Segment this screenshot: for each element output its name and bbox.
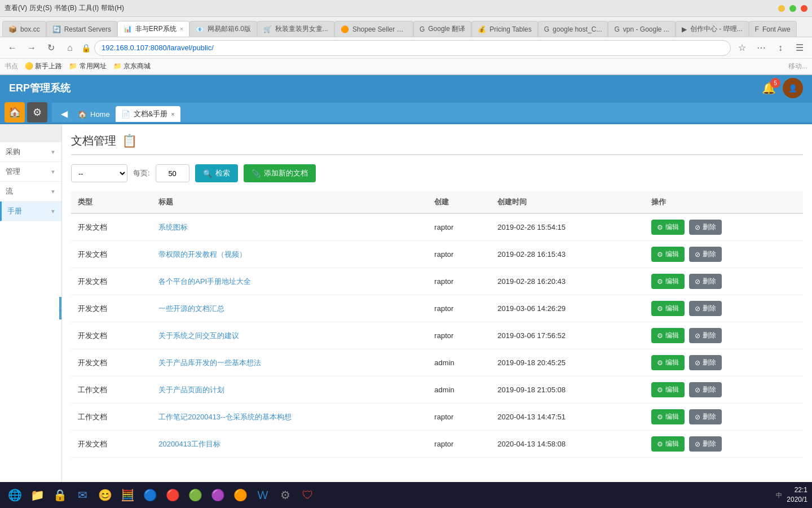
taskbar-calc-icon[interactable]: 🧮 [117,485,138,505]
delete-btn-5[interactable]: ⊘ 删除 [689,355,722,370]
menu-btn[interactable]: ☰ [792,40,807,56]
bookmark-changyong[interactable]: 📁 常用网址 [69,62,106,71]
taskbar-app4-icon[interactable]: 🟣 [208,485,228,505]
doc-link-7[interactable]: 工作笔记20200413--仓采系统的基本构想 [158,413,292,421]
doc-link-2[interactable]: 各个平台的API手册地址大全 [158,277,251,286]
taskbar-app5-icon[interactable]: 🟠 [230,485,250,505]
browser-tab-10[interactable]: ▶创作中心 - 哔哩... [676,21,749,37]
doc-link-4[interactable]: 关于系统之间交互的建议 [158,331,239,340]
nav-home-icon[interactable]: 🏠 [5,102,25,122]
delete-btn-7[interactable]: ⊘ 删除 [689,409,722,424]
refresh-btn[interactable]: ↻ [43,40,59,56]
taskbar-mail-icon[interactable]: ✉ [72,485,92,505]
sidebar-item-manage[interactable]: 管理 ▼ [0,162,61,182]
doc-link-3[interactable]: 一些开源的文档汇总 [158,304,224,313]
taskbar-datetime: 22:1 2020/1 [787,485,807,505]
edit-btn-1[interactable]: ⚙ 编辑 [651,247,685,262]
delete-btn-8[interactable]: ⊘ 删除 [689,436,722,452]
bookmark-star[interactable]: ☆ [734,40,750,56]
edit-btn-4[interactable]: ⚙ 编辑 [651,328,685,343]
col-time: 创建时间 [491,191,645,213]
browser-tab-2[interactable]: 📊非与ERP系统× [117,21,189,37]
taskbar-settings-icon[interactable]: ⚙ [275,485,295,505]
browser-tab-5[interactable]: 🟠Shopee Seller C... [334,21,413,37]
edit-btn-0[interactable]: ⚙ 编辑 [651,220,685,235]
edit-btn-7[interactable]: ⚙ 编辑 [651,409,685,424]
back-btn[interactable]: ← [5,40,20,56]
taskbar-explorer-icon[interactable]: 📁 [27,485,47,505]
sync-btn[interactable]: ↕ [773,40,788,56]
add-document-button[interactable]: 📎 添加新的文档 [244,164,316,182]
edit-btn-2[interactable]: ⚙ 编辑 [651,274,685,289]
browser-tab-6[interactable]: GGoogle 翻译 [413,21,471,37]
edit-btn-6[interactable]: ⚙ 编辑 [651,382,685,397]
browser-tab-9[interactable]: Gvpn - Google ... [608,21,675,37]
collapse-btn[interactable]: ◀ [56,105,72,122]
doc-link-0[interactable]: 系统图标 [158,223,188,231]
taskbar-app6-icon[interactable]: W [253,485,273,505]
bookmark-jingdong[interactable]: 📁 京东商城 [113,62,151,71]
cell-type-4: 开发文档 [71,322,152,349]
taskbar-app1-icon[interactable]: 🔵 [140,485,160,505]
bookmarks-label: 书点 [5,62,18,71]
doc-tab-close[interactable]: × [171,111,174,117]
more-btn[interactable]: ⋯ [753,40,769,56]
delete-btn-4[interactable]: ⊘ 删除 [689,328,722,343]
menu-history[interactable]: 历史(S) [29,3,52,13]
taskbar-ie-icon[interactable]: 🌐 [5,485,25,505]
address-input[interactable] [94,40,731,56]
browser-tab-0[interactable]: 📦box.cc [2,21,46,37]
taskbar-security-icon[interactable]: 🛡 [298,485,318,505]
doc-link-8[interactable]: 20200413工作目标 [158,440,220,448]
browser-tab-7[interactable]: 💰Pricing Tables [471,21,537,37]
edit-btn-5[interactable]: ⚙ 编辑 [651,355,685,370]
browser-tab-11[interactable]: FFont Awe [749,21,797,37]
bookmark-xinshou[interactable]: 🟡 新手上路 [25,62,62,71]
taskbar-lock-icon[interactable]: 🔒 [50,485,70,505]
menu-view[interactable]: 查看(V) [5,3,27,13]
tab-documents[interactable]: 📄 文档&手册 × [116,106,180,122]
tab-home[interactable]: 🏠 Home [72,106,116,122]
taskbar-app2-icon[interactable]: 🔴 [162,485,183,505]
edit-btn-3[interactable]: ⚙ 编辑 [651,301,685,316]
sidebar-item-purchase[interactable]: 采购 ▼ [0,142,61,162]
user-avatar[interactable]: 👤 [783,78,803,98]
browser-tab-1[interactable]: 🔄Restart Servers [46,21,117,37]
taskbar-app3-icon[interactable]: 🟢 [185,485,205,505]
table-row: 开发文档 20200413工作目标 raptor 2020-04-13 14:5… [71,431,803,458]
per-page-input[interactable] [156,164,189,182]
edit-btn-8[interactable]: ⚙ 编辑 [651,436,685,452]
menu-bookmarks[interactable]: 书签(B) [54,3,77,13]
browser-tab-3[interactable]: 📧网易邮箱6.0版 [189,21,257,37]
delete-btn-2[interactable]: ⊘ 删除 [689,274,722,289]
maximize-btn[interactable] [789,5,796,12]
edit-label-1: 编辑 [665,249,679,259]
browser-tab-8[interactable]: Ggoogle host_C... [538,21,608,37]
edit-icon-0: ⚙ [657,224,663,231]
delete-btn-6[interactable]: ⊘ 删除 [689,382,722,397]
close-btn[interactable] [801,5,807,12]
delete-btn-0[interactable]: ⊘ 删除 [689,220,722,235]
edit-label-8: 编辑 [665,439,679,449]
tab-favicon-1: 🔄 [52,25,61,33]
taskbar-emoji-icon[interactable]: 😊 [95,485,115,505]
nav-settings-icon[interactable]: ⚙ [27,102,47,122]
forward-btn[interactable]: → [24,40,39,56]
doc-link-5[interactable]: 关于产品库开发的一些基本想法 [158,358,261,367]
cell-actions-4: ⚙ 编辑 ⊘ 删除 [645,322,803,349]
delete-btn-1[interactable]: ⊘ 删除 [689,247,722,262]
search-button[interactable]: 🔍 检索 [195,164,238,182]
doc-link-6[interactable]: 关于产品页面的计划 [158,386,224,394]
browser-tab-4[interactable]: 🛒秋装童装男女童... [257,21,334,37]
tab-close-2[interactable]: × [180,25,183,32]
doc-link-1[interactable]: 带权限的开发教程（视频） [158,250,246,259]
sidebar-item-handbook[interactable]: 手册 ▼ [0,202,61,221]
sidebar-item-flow[interactable]: 流 ▼ [0,182,61,202]
delete-btn-3[interactable]: ⊘ 删除 [689,301,722,316]
notification-bell[interactable]: 🔔 5 [762,81,776,95]
menu-tools[interactable]: 工具(I) [79,3,99,13]
menu-help[interactable]: 帮助(H) [101,3,124,13]
minimize-btn[interactable] [778,5,785,12]
filter-select[interactable]: -- 开发文档 工作文档 [71,164,127,182]
home-btn[interactable]: ⌂ [62,40,78,56]
